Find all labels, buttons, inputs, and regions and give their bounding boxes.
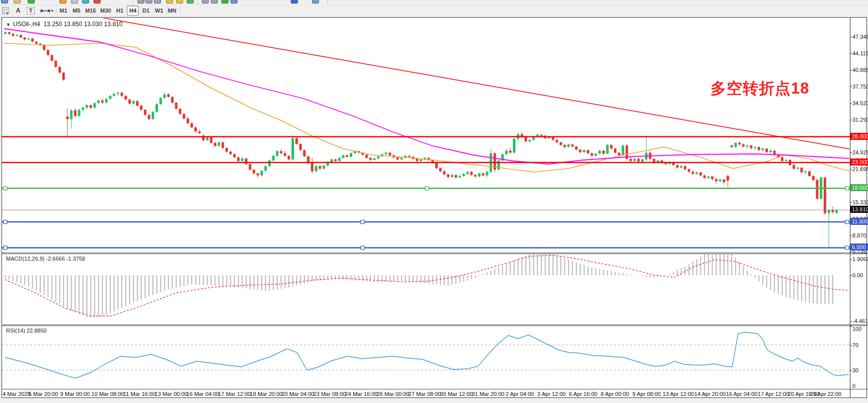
pencil-icon[interactable] [166,0,173,4]
price-level-badge: 6.500 [850,244,868,251]
rsi-label: RSI(14) 22.8850 [6,328,47,334]
timeframe-button-w1[interactable]: W1 [153,6,165,16]
hfit-icon[interactable] [145,0,152,4]
axis-tick [850,235,852,236]
timeframe-button-m30[interactable]: M30 [99,6,113,16]
time-axis-label: 16 Mar 04:00 [187,391,219,397]
toolbar-separator [197,0,198,5]
panel-separator[interactable] [2,325,867,325]
axis-tick [850,152,852,153]
add-chart-icon[interactable] [28,0,35,4]
symbol-period-label: USOil-,H4 [13,21,40,28]
time-axis-label: 6 Apr 16:00 [569,391,597,397]
price-axis-label: 8.870 [852,232,866,238]
harrow-icon[interactable] [202,0,209,4]
chart-annotation-text[interactable]: 多空转折点18 [711,78,809,99]
axis-tick [850,37,852,37]
stop-icon[interactable] [94,0,101,4]
axis-tick [850,70,852,70]
plus-icon[interactable] [221,0,228,4]
panel-separator [2,389,867,389]
time-axis-label: 2 Apr 04:00 [506,391,534,397]
rsi-chart-canvas[interactable] [2,326,850,389]
time-axis-label: 11 Mar 16:00 [123,391,155,397]
time-axis-label: 23 Mar 08:00 [313,391,346,397]
panel-separator[interactable] [2,253,867,253]
price-level-badge: 23.000 [850,158,868,166]
hfit-icon[interactable] [137,0,144,4]
table-icon[interactable] [187,0,194,4]
label-tool-button[interactable]: T [26,6,35,16]
time-axis-label: 14 Apr 20:00 [694,391,726,397]
timeframe-button-m5[interactable]: M5 [70,6,83,16]
symbol-dropdown-icon[interactable]: ▼ [6,22,11,27]
axis-tick [850,345,852,346]
text-tool-button[interactable]: A [14,6,22,16]
label-t-icon: T [27,7,35,15]
price-level-badge: 11.500 [850,218,868,225]
axis-tick [850,120,852,120]
chart-icon[interactable] [230,0,238,4]
macd-label: MACD(12,26,9) -2.6666 -1.3758 [6,256,85,262]
rsi-axis-label: 70 [852,342,858,348]
chart-title: ▼USOil-,H4 13.250 13.850 13.030 13.810 [6,21,122,28]
time-axis-label: 5 Mar 20:00 [29,391,58,397]
time-axis-label: 13 Apr 12:00 [663,391,694,397]
window-icon[interactable] [1,0,8,4]
time-axis-label: 24 Mar 16:00 [345,391,378,397]
axis-tick [850,389,852,389]
macd-axis-label: 1.9069 [852,256,868,262]
macd-chart-canvas[interactable] [2,254,850,325]
timeframe-button-mn[interactable]: MN [166,6,178,16]
timeframe-button-h4[interactable]: H4 [127,6,139,16]
torus-icon[interactable] [291,0,298,4]
price-chart-canvas[interactable] [2,18,850,253]
timeframe-button-d1[interactable]: D1 [140,6,152,16]
axis-tick [850,87,852,87]
price-axis-label: 34.520 [852,100,868,106]
timeframe-button-m15[interactable]: M15 [84,6,98,16]
timeframe-button-h1[interactable]: H1 [114,6,126,16]
rsi-axis-label: 100 [852,326,861,332]
price-axis-label: 21.695 [852,166,868,172]
price-axis-label: 44.115 [852,50,868,56]
grid-snap-button[interactable]: F [1,6,10,16]
cursor-tool-button[interactable]: ⇤⇥ ▾ [39,6,54,16]
price-level-badge: 13.810 [850,206,868,213]
zoom-icon[interactable] [14,0,21,4]
timeframe-button-m1[interactable]: M1 [57,6,69,16]
price-axis-label: 47.345 [852,34,868,40]
hfit-icon[interactable] [154,0,161,4]
time-axis-label: 8 Apr 00:00 [601,391,629,397]
ohlc-values: 13.250 13.850 13.030 13.810 [44,21,123,28]
button-icon[interactable] [71,0,78,4]
time-axis-label: 17 Mar 12:00 [218,391,251,397]
price-axis-label: 31.290 [852,117,868,123]
price-axis-label: 37.750 [852,84,868,90]
order-icon[interactable] [59,0,66,4]
axis-tick [850,259,852,260]
time-axis-label: 27 Mar 08:00 [409,391,441,397]
axis-tick [850,370,852,371]
axis-tick [850,326,852,327]
grid-icon: F [2,7,9,14]
toolbar-separator [180,6,181,15]
harrow-icon[interactable] [211,0,218,4]
price-level-badge: 28.000 [850,133,868,140]
macd-axis-label: 0.00 [852,272,863,278]
time-axis-label: 10 Mar 08:00 [92,391,124,397]
time-axis-label: 31 Mar 20:00 [472,391,505,397]
pencil-icon[interactable] [176,0,183,4]
axis-tick [850,202,852,203]
chevron-down-icon: ▾ [51,9,53,13]
globe-icon[interactable] [82,0,89,4]
time-axis-label: 13 Mar 00:00 [155,391,188,397]
rsi-axis-label: 0 [852,383,855,389]
axis-tick [850,169,852,170]
rsi-axis-label: 30 [852,367,858,373]
grid-table-icon[interactable] [312,0,319,4]
price-axis-label: 24.925 [852,149,868,155]
axis-tick [850,252,852,252]
axis-tick [850,103,852,104]
time-axis-label: 30 Mar 12:00 [440,391,473,397]
